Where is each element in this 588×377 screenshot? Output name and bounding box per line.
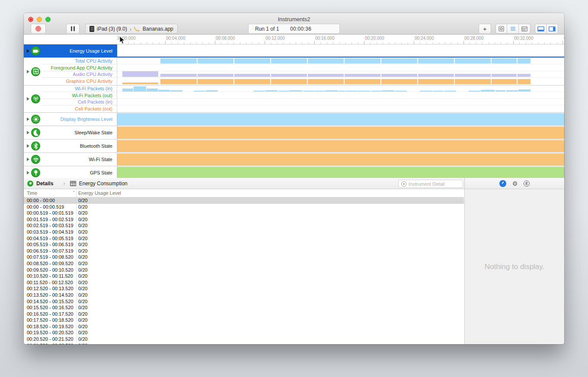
table-row[interactable]: 00:03.519 - 00:04.5190/20 [24,229,464,235]
table-row[interactable]: 00:19.520 - 00:20.5200/20 [24,329,464,336]
table-row[interactable]: 00:05.519 - 00:06.5190/20 [24,241,464,248]
instrument-tracks: Energy Usage LevelTotal CPU ActivityFore… [24,44,564,178]
track-chart-gps[interactable] [117,166,564,179]
subrow-chart-2[interactable] [117,71,564,78]
target-app-name[interactable]: Bananas.app [143,26,173,32]
track-chart-bluetooth[interactable] [117,139,564,152]
subrow-chart-3[interactable] [117,105,564,112]
track-sublabel: Audio CPU Activity [73,72,112,77]
table-row[interactable]: 00:08.520 - 00:09.5200/20 [24,260,464,267]
track-header-wifi[interactable]: Wi-Fi State [24,153,117,166]
table-body: 00:00 - 00:000/2000:00 - 00:00.5190/2000… [24,197,464,344]
antenna-icon [31,95,40,104]
table-row[interactable]: 00:07.519 - 00:08.5200/20 [24,254,464,260]
subrow-chart-2[interactable] [117,99,564,105]
table-row[interactable]: 00:15.520 - 00:16.5200/20 [24,304,464,311]
wifi-in-bar [518,89,530,92]
device-name[interactable]: iPad (3) (9.0) [97,26,127,32]
table-row[interactable]: 00:00 - 00:00.5190/20 [24,204,464,210]
instruments-view-button[interactable] [495,24,507,34]
track-chart-brightness[interactable] [117,113,564,126]
record-button[interactable] [31,24,46,34]
gear-icon[interactable]: ⚙ [512,181,518,187]
disclosure-triangle-icon[interactable] [27,117,29,121]
subrow-chart-0[interactable] [117,58,564,64]
audio-cpu-bar [418,74,454,77]
track-label: GPS State [90,170,112,175]
brightness-icon [31,115,40,124]
disclosure-triangle-icon[interactable] [27,171,29,174]
track-header-brightness[interactable]: Display Brightness Level [24,113,117,126]
subrow-chart-1[interactable] [117,92,564,98]
graphics-cpu-bar [160,79,197,84]
table-row[interactable]: 00:12.520 - 00:13.5200/20 [24,285,464,292]
table-row[interactable]: 00:13.520 - 00:14.5200/20 [24,292,464,298]
table-row[interactable]: 00:00 - 00:000/20 [24,197,464,204]
table-row[interactable]: 00:20.520 - 00:21.5200/20 [24,336,464,342]
detail-view-button[interactable] [519,24,530,34]
table-row[interactable]: 00:04.519 - 00:05.5190/20 [24,235,464,242]
table-row[interactable]: 00:02.519 - 00:03.5190/20 [24,222,464,229]
subrow-chart-1[interactable] [117,64,564,71]
table-row[interactable]: 00:10.520 - 00:11.5200/20 [24,273,464,279]
add-instrument-button[interactable]: + [479,24,491,34]
target-selector[interactable]: iPad (3) (9.0) › Bananas.app [85,24,178,34]
table-row[interactable]: 00:16.520 - 00:17.5200/20 [24,311,464,317]
list-view-button[interactable] [507,24,519,34]
track-header-energy[interactable]: Energy Usage Level [24,44,117,57]
track-header-gps[interactable]: GPS State [24,166,117,179]
table-row[interactable]: 00:09.520 - 00:10.5200/20 [24,267,464,273]
empty-state-text: Nothing to display. [485,263,545,271]
breadcrumb-page[interactable]: Energy Consumption [79,181,128,187]
table-row[interactable]: 00:18.520 - 00:19.5200/20 [24,323,464,330]
table-row[interactable]: 00:00.519 - 00:01.5190/20 [24,210,464,216]
toggle-bottom-panel-button[interactable] [535,24,546,34]
track-header-network[interactable]: Wi-Fi Packets (in)Wi-Fi Packets (out)Cel… [24,86,117,112]
subrow-label-0: Wi-Fi Packets (in) [41,86,117,92]
ruler-ticks[interactable]: 00:00.00000:04.00000:08.00000:12.00000:1… [117,35,564,44]
disclosure-triangle-icon[interactable] [27,97,29,101]
cell-time: 00:14.520 - 00:15.520 [27,299,74,304]
disclosure-triangle-icon[interactable] [27,144,29,148]
cell-time: 00:20.520 - 00:21.520 [27,336,74,342]
audio-cpu-bar [198,74,233,77]
disclosure-triangle-icon[interactable] [27,49,29,53]
table-row[interactable]: 00:14.520 - 00:15.5200/20 [24,298,464,305]
track-header-sleep[interactable]: Sleep/Wake State [24,126,117,139]
sort-ascending-icon[interactable]: ⌃ [72,190,76,195]
table-row[interactable]: 00:01.519 - 00:02.5190/20 [24,216,464,223]
track-sublabel: Graphics CPU Activity [66,79,112,84]
toggle-right-panel-button[interactable] [546,24,558,34]
cell-energy-level: 0/20 [78,311,87,317]
disclosure-triangle-icon[interactable] [27,70,29,73]
disclosure-triangle-icon[interactable] [27,158,29,161]
pause-button[interactable] [66,24,80,34]
track-header-bluetooth[interactable]: Bluetooth State [24,139,117,152]
subrow-chart-0[interactable] [117,86,564,92]
ruler-tick-label: 00:24.000 [415,36,434,41]
table-row[interactable]: 00:21.520 - 00:22.5200/20 [24,342,464,344]
timeline-ruler[interactable]: 00:00.00000:04.00000:08.00000:12.00000:1… [24,35,564,44]
right-panel-icon [549,26,556,32]
track-chart-network[interactable] [117,86,564,112]
track-chart-energy[interactable] [117,44,564,57]
track-label: Energy Usage Level [70,48,112,54]
track-chart-cpu[interactable] [117,58,564,85]
extended-detail-icon[interactable]: E [524,181,530,187]
instrument-detail-search[interactable]: Instrument Detail [398,180,463,188]
column-header-time[interactable]: Time [27,190,37,196]
track-chart-sleep[interactable] [117,126,564,139]
record-settings-icon[interactable] [499,180,506,187]
table-row[interactable]: 00:06.519 - 00:07.5190/20 [24,248,464,254]
table-row[interactable]: 00:11.520 - 00:12.5200/20 [24,279,464,286]
search-scope-icon[interactable] [401,181,406,187]
subrow-chart-3[interactable] [117,78,564,84]
cell-time: 00:06.519 - 00:07.519 [27,248,74,253]
table-row[interactable]: 00:17.520 - 00:18.5200/20 [24,317,464,323]
track-chart-wifi[interactable] [117,153,564,166]
column-header-energy[interactable]: Energy Usage Level [78,190,121,196]
breadcrumb-root[interactable]: Details [36,181,53,187]
disclosure-triangle-icon[interactable] [27,131,29,134]
total-cpu-bar [418,58,454,64]
track-header-cpu[interactable]: Total CPU ActivityForeground App CPU Act… [24,58,117,85]
